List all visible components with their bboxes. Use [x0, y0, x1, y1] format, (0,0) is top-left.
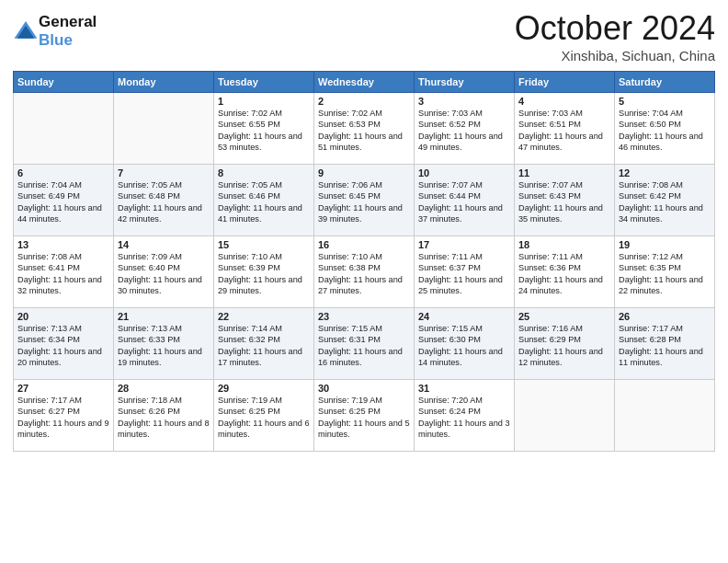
day-info-line: Sunset: 6:41 PM: [17, 262, 109, 273]
week-row-1: 6Sunrise: 7:04 AMSunset: 6:49 PMDaylight…: [14, 165, 715, 236]
day-info-line: Sunset: 6:50 PM: [619, 119, 711, 130]
day-info-line: Sunrise: 7:14 AM: [218, 323, 310, 334]
header-row: Sunday Monday Tuesday Wednesday Thursday…: [14, 72, 715, 93]
day-info-line: Sunset: 6:37 PM: [418, 262, 510, 273]
day-cell: 10Sunrise: 7:07 AMSunset: 6:44 PMDayligh…: [415, 165, 515, 236]
day-info-line: Sunrise: 7:04 AM: [619, 108, 711, 119]
day-info-line: Sunrise: 7:20 AM: [418, 395, 510, 406]
day-number: 5: [619, 96, 711, 107]
day-info-line: Daylight: 11 hours and 30 minutes.: [118, 274, 210, 297]
day-number: 2: [318, 96, 410, 107]
day-info-line: Sunset: 6:44 PM: [418, 190, 510, 201]
day-info-line: Daylight: 11 hours and 37 minutes.: [418, 202, 510, 225]
day-number: 15: [218, 239, 310, 250]
day-info-line: Daylight: 11 hours and 14 minutes.: [418, 346, 510, 369]
col-saturday: Saturday: [615, 72, 715, 93]
day-cell: 17Sunrise: 7:11 AMSunset: 6:37 PMDayligh…: [415, 236, 515, 308]
day-number: 13: [17, 239, 109, 250]
day-info-line: Sunset: 6:48 PM: [118, 190, 210, 201]
day-info-line: Daylight: 11 hours and 24 minutes.: [518, 274, 610, 297]
day-info-line: Daylight: 11 hours and 20 minutes.: [17, 346, 109, 369]
day-info-line: Daylight: 11 hours and 17 minutes.: [218, 346, 310, 369]
day-cell: 26Sunrise: 7:17 AMSunset: 6:28 PMDayligh…: [615, 308, 715, 380]
day-info-line: Sunset: 6:32 PM: [218, 334, 310, 345]
day-cell: 31Sunrise: 7:20 AMSunset: 6:24 PMDayligh…: [415, 380, 515, 452]
day-info-line: Daylight: 11 hours and 35 minutes.: [518, 202, 610, 225]
day-cell: [615, 380, 715, 452]
day-number: 10: [418, 167, 510, 178]
week-row-0: 1Sunrise: 7:02 AMSunset: 6:55 PMDaylight…: [14, 93, 715, 165]
day-cell: 2Sunrise: 7:02 AMSunset: 6:53 PMDaylight…: [314, 93, 415, 165]
day-info-line: Sunset: 6:24 PM: [418, 406, 510, 417]
page: General Blue October 2024 Xinshiba, Sich…: [0, 0, 728, 461]
day-cell: 8Sunrise: 7:05 AMSunset: 6:46 PMDaylight…: [214, 165, 314, 236]
logo-icon: [13, 18, 39, 44]
day-info-line: Sunset: 6:25 PM: [218, 406, 310, 417]
day-cell: 28Sunrise: 7:18 AMSunset: 6:26 PMDayligh…: [114, 380, 214, 452]
day-cell: 16Sunrise: 7:10 AMSunset: 6:38 PMDayligh…: [314, 236, 415, 308]
day-info-line: Sunrise: 7:13 AM: [118, 323, 210, 334]
day-info-line: Daylight: 11 hours and 5 minutes.: [318, 418, 410, 441]
day-info-line: Sunrise: 7:15 AM: [418, 323, 510, 334]
day-info-line: Daylight: 11 hours and 25 minutes.: [418, 274, 510, 297]
day-cell: 25Sunrise: 7:16 AMSunset: 6:29 PMDayligh…: [515, 308, 615, 380]
day-number: 12: [619, 167, 711, 178]
day-number: 26: [619, 311, 711, 322]
day-number: 31: [418, 383, 510, 394]
day-info-line: Sunrise: 7:08 AM: [17, 251, 109, 262]
day-number: 11: [518, 167, 610, 178]
day-info-line: Sunset: 6:36 PM: [518, 262, 610, 273]
day-number: 19: [619, 239, 711, 250]
day-info-line: Daylight: 11 hours and 27 minutes.: [318, 274, 410, 297]
day-info-line: Sunrise: 7:11 AM: [518, 251, 610, 262]
col-thursday: Thursday: [415, 72, 515, 93]
day-info-line: Daylight: 11 hours and 6 minutes.: [218, 418, 310, 441]
day-info-line: Sunrise: 7:05 AM: [118, 179, 210, 190]
day-number: 1: [218, 96, 310, 107]
day-info-line: Daylight: 11 hours and 9 minutes.: [17, 418, 109, 441]
day-info-line: Daylight: 11 hours and 19 minutes.: [118, 346, 210, 369]
day-info-line: Daylight: 11 hours and 22 minutes.: [619, 274, 711, 297]
location: Xinshiba, Sichuan, China: [515, 48, 715, 63]
day-info-line: Daylight: 11 hours and 42 minutes.: [118, 202, 210, 225]
day-info-line: Sunrise: 7:07 AM: [518, 179, 610, 190]
day-number: 29: [218, 383, 310, 394]
day-info-line: Sunset: 6:53 PM: [318, 119, 410, 130]
day-info-line: Sunrise: 7:07 AM: [418, 179, 510, 190]
week-row-4: 27Sunrise: 7:17 AMSunset: 6:27 PMDayligh…: [14, 380, 715, 452]
day-cell: 14Sunrise: 7:09 AMSunset: 6:40 PMDayligh…: [114, 236, 214, 308]
week-row-2: 13Sunrise: 7:08 AMSunset: 6:41 PMDayligh…: [14, 236, 715, 308]
col-wednesday: Wednesday: [314, 72, 415, 93]
day-cell: 20Sunrise: 7:13 AMSunset: 6:34 PMDayligh…: [14, 308, 114, 380]
day-info-line: Daylight: 11 hours and 44 minutes.: [17, 202, 109, 225]
day-number: 20: [17, 311, 109, 322]
col-monday: Monday: [114, 72, 214, 93]
day-info-line: Sunset: 6:26 PM: [118, 406, 210, 417]
title-block: October 2024 Xinshiba, Sichuan, China: [515, 9, 715, 63]
logo-text: General Blue: [39, 13, 97, 49]
day-info-line: Sunrise: 7:16 AM: [518, 323, 610, 334]
day-info-line: Sunset: 6:25 PM: [318, 406, 410, 417]
day-info-line: Sunrise: 7:03 AM: [518, 108, 610, 119]
day-info-line: Sunrise: 7:18 AM: [118, 395, 210, 406]
day-info-line: Sunrise: 7:02 AM: [318, 108, 410, 119]
day-info-line: Sunset: 6:45 PM: [318, 190, 410, 201]
day-info-line: Sunset: 6:52 PM: [418, 119, 510, 130]
day-info-line: Sunset: 6:46 PM: [218, 190, 310, 201]
day-info-line: Sunrise: 7:08 AM: [619, 179, 711, 190]
day-cell: 13Sunrise: 7:08 AMSunset: 6:41 PMDayligh…: [14, 236, 114, 308]
day-cell: 11Sunrise: 7:07 AMSunset: 6:43 PMDayligh…: [515, 165, 615, 236]
day-info-line: Sunrise: 7:10 AM: [318, 251, 410, 262]
day-cell: [515, 380, 615, 452]
day-info-line: Sunset: 6:43 PM: [518, 190, 610, 201]
calendar-body: 1Sunrise: 7:02 AMSunset: 6:55 PMDaylight…: [14, 93, 715, 452]
day-info-line: Sunrise: 7:03 AM: [418, 108, 510, 119]
day-number: 27: [17, 383, 109, 394]
day-info-line: Daylight: 11 hours and 3 minutes.: [418, 418, 510, 441]
day-info-line: Sunset: 6:40 PM: [118, 262, 210, 273]
day-cell: 3Sunrise: 7:03 AMSunset: 6:52 PMDaylight…: [415, 93, 515, 165]
day-cell: 29Sunrise: 7:19 AMSunset: 6:25 PMDayligh…: [214, 380, 314, 452]
day-info-line: Sunrise: 7:17 AM: [619, 323, 711, 334]
day-info-line: Daylight: 11 hours and 47 minutes.: [518, 131, 610, 154]
day-cell: 18Sunrise: 7:11 AMSunset: 6:36 PMDayligh…: [515, 236, 615, 308]
